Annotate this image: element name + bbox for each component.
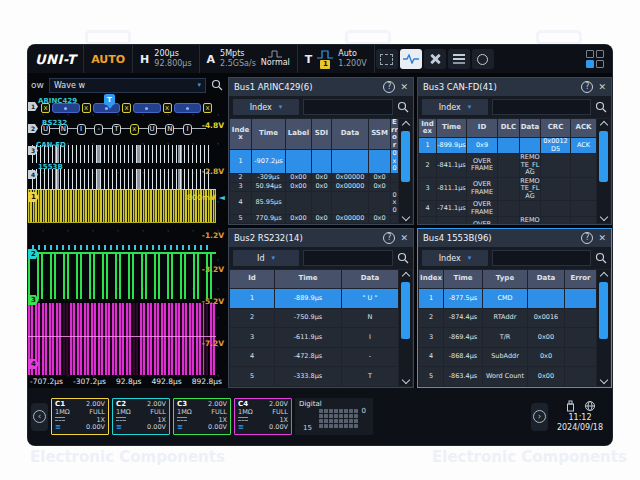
trigger-source-badge: 1 — [320, 60, 330, 69]
filter-dropdown[interactable]: Id▾ — [233, 250, 299, 266]
close-icon[interactable]: ✕ — [598, 82, 606, 92]
results-tool-button[interactable] — [448, 49, 470, 69]
table-row[interactable]: 3-611.9µsI — [230, 328, 398, 347]
table-row[interactable]: 4-868.4µsSubAddr0x0 — [419, 348, 596, 367]
trigger-settings[interactable]: T 1 Auto1.200V — [298, 45, 375, 73]
table-row[interactable]: 3-869.4µsT/R0x00 — [419, 328, 596, 347]
scroll-up-icon[interactable] — [599, 272, 607, 280]
scroll-up-icon[interactable] — [599, 121, 607, 129]
page: Electronic Components Electronic Compone… — [0, 0, 640, 480]
help-icon[interactable]: ? — [383, 81, 395, 93]
search-icon[interactable] — [595, 101, 607, 113]
window-layout-button[interactable] — [586, 50, 604, 73]
scroll-thumb[interactable] — [599, 131, 608, 182]
scrollbar[interactable] — [399, 270, 412, 386]
search-tool-button[interactable] — [472, 49, 494, 69]
watermark-text: Electronic Components — [432, 448, 627, 466]
channel3-badge[interactable]: C32.00V 1MΩFULL 1X ≡0.00V — [173, 398, 231, 435]
channel1-badge[interactable]: C12.00V 1MΩFULL 1X ≡0.00V — [51, 398, 109, 435]
search-input[interactable] — [303, 99, 393, 115]
search-input[interactable] — [492, 250, 591, 266]
measure-tool-button[interactable] — [376, 49, 398, 69]
zoom-search-icon[interactable] — [211, 79, 223, 91]
acquire-mode-icon — [267, 50, 283, 58]
search-input[interactable] — [492, 99, 591, 115]
horizontal-settings[interactable]: H 200µs92.800µs — [133, 45, 199, 73]
xy-tool-button[interactable] — [424, 49, 446, 69]
table-header-row: IndexTimeLabelSDIDataSSMError — [230, 119, 398, 149]
table-cell: -841.1µs — [437, 154, 466, 177]
scroll-thumb[interactable] — [401, 131, 410, 182]
table-row[interactable]: 5-333.8µsT — [230, 367, 398, 386]
scroll-down-icon[interactable] — [599, 376, 607, 384]
panel-header[interactable]: Bus4 1553B(96) ? ✕ — [418, 229, 611, 247]
acquire-settings[interactable]: A 5Mpts2.5GSa/s Normal — [200, 45, 298, 73]
digital-channels-badge[interactable]: Digital 0 15 — [295, 398, 373, 435]
scroll-thumb[interactable] — [599, 282, 608, 339]
close-icon[interactable]: ✕ — [400, 233, 408, 243]
bus2-position-tag[interactable]: 2 — [28, 124, 38, 133]
search-input[interactable] — [303, 250, 393, 266]
help-icon[interactable]: ? — [581, 232, 593, 244]
bw-limit-icon: ≡ — [177, 424, 208, 432]
table-row[interactable]: 5-711.1µsOVER FRAMEREMOTE_FLAG — [419, 217, 596, 224]
memory-depth: 5Mpts — [220, 49, 256, 59]
close-icon[interactable]: ✕ — [598, 233, 606, 243]
panel-toolbar: Index▾ — [418, 96, 611, 118]
run-mode-button[interactable]: AUTO — [84, 45, 133, 73]
channel2-badge[interactable]: C22.00V 1MΩFULL 1X ≡0.00V — [112, 398, 170, 435]
table-row[interactable]: 4-472.8µs- — [230, 348, 398, 367]
display-mode-dropdown[interactable]: Wave w▾ — [49, 78, 206, 93]
table-row[interactable]: 1-877.5µsCMD — [419, 289, 596, 308]
panel-header[interactable]: Bus3 CAN-FD(41) ? ✕ — [418, 78, 611, 96]
filter-dropdown[interactable]: Index▾ — [422, 250, 488, 266]
scrollbar[interactable] — [399, 119, 412, 223]
table-cell — [498, 154, 519, 177]
trigger-position-flag[interactable]: T — [104, 94, 115, 105]
scroll-up-icon[interactable] — [401, 121, 409, 129]
close-icon[interactable]: ✕ — [400, 82, 408, 92]
scroll-down-icon[interactable] — [401, 376, 409, 384]
waveform-tool-icon — [403, 54, 419, 64]
table-row[interactable]: 5-863.4µsWord Count0x00 — [419, 367, 596, 386]
table-cell: " U " — [342, 289, 398, 308]
scroll-left-button[interactable]: ‹ — [31, 403, 48, 431]
decode-tool-button[interactable] — [400, 49, 422, 69]
channel-offset: 0.00V — [147, 424, 166, 432]
filter-dropdown[interactable]: Index▾ — [233, 99, 299, 115]
table-row[interactable]: 1-907.2µs0x0 — [230, 150, 398, 173]
scrollbar[interactable] — [597, 119, 610, 223]
table-row[interactable]: 4-741.1µsOVER FRAME — [419, 201, 596, 216]
filter-dropdown[interactable]: Index▾ — [422, 99, 488, 115]
table-row[interactable]: 5770.9µs0x000x00x000000x0 — [230, 215, 398, 223]
help-icon[interactable]: ? — [581, 81, 593, 93]
bus1-position-tag[interactable]: 1 — [28, 102, 38, 111]
trigger-label: T — [305, 53, 313, 66]
table-row[interactable]: 2-309µs0x000x00x000000x0 — [230, 174, 398, 182]
table-row[interactable]: 350.94µs0x000x00x000000x0 — [230, 183, 398, 191]
scroll-up-icon[interactable] — [401, 272, 409, 280]
scroll-down-icon[interactable] — [401, 213, 409, 221]
search-icon[interactable] — [397, 252, 409, 264]
scroll-thumb[interactable] — [401, 282, 410, 339]
search-icon[interactable] — [595, 252, 607, 264]
waveform-area[interactable]: T ARINC429 RS232 CAN-FD 1553B 1 2 3 4 x … — [28, 97, 228, 388]
channel4-badge[interactable]: C42.00V 1MΩFULL 1X ≡0.00V — [234, 398, 292, 435]
help-icon[interactable]: ? — [383, 232, 395, 244]
scroll-down-icon[interactable] — [599, 213, 607, 221]
search-icon[interactable] — [397, 101, 409, 113]
table-row[interactable]: 3-811.1µsOVER FRAMEREMOTE_FLAG — [419, 178, 596, 201]
panel-header[interactable]: Bus1 ARINC429(6) ? ✕ — [229, 78, 413, 96]
scrollbar[interactable] — [597, 270, 610, 386]
table-row[interactable]: 485.95µs0x0 — [230, 192, 398, 215]
table-cell: ACK — [571, 138, 596, 153]
table-row[interactable]: 1-889.9µs" U " — [230, 289, 398, 308]
table-row[interactable]: 2-750.9µsN — [230, 309, 398, 328]
b1553-level-label: -2.8V — [202, 167, 224, 176]
table-row[interactable]: 2-874.4µsRTAddr0x0016 — [419, 309, 596, 328]
panel-header[interactable]: Bus2 RS232(14) ? ✕ — [229, 229, 413, 247]
table-row[interactable]: 1-899.9µs0x90x0012D5ACK — [419, 138, 596, 153]
table-cell — [565, 289, 596, 308]
table-row[interactable]: 2-841.1µsOVER FRAMEREMOTE_FLAG — [419, 154, 596, 177]
scroll-right-button[interactable]: › — [531, 403, 548, 431]
